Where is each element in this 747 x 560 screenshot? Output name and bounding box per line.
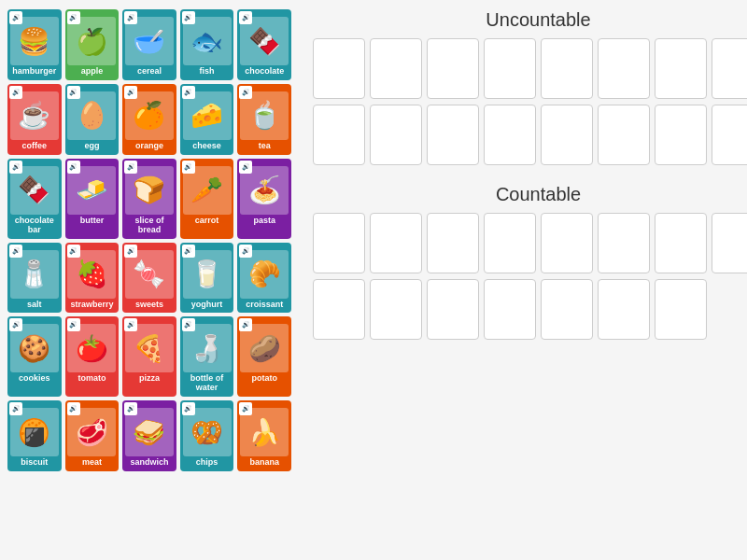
drop-cell[interactable]	[427, 213, 479, 273]
sound-icon[interactable]: 🔊	[67, 402, 80, 415]
uncountable-row-2	[313, 105, 747, 165]
food-label: pasta	[253, 217, 275, 226]
sound-icon[interactable]: 🔊	[182, 318, 195, 331]
food-item-carrot[interactable]: 🔊🥕carrot	[180, 159, 234, 239]
sound-icon[interactable]: 🔊	[124, 86, 137, 99]
sound-icon[interactable]: 🔊	[239, 11, 252, 24]
sound-icon[interactable]: 🔊	[124, 318, 137, 331]
food-item-fish[interactable]: 🔊🐟fish	[180, 9, 234, 80]
food-item-pasta[interactable]: 🔊🍝pasta	[237, 159, 291, 239]
drop-cell[interactable]	[541, 38, 593, 99]
sound-icon[interactable]: 🔊	[67, 318, 80, 331]
sorting-panel: Uncountable Countable	[299, 0, 747, 560]
food-item-tomato[interactable]: 🔊🍅tomato	[65, 316, 120, 397]
sound-icon[interactable]: 🔊	[9, 161, 22, 174]
food-item-pizza[interactable]: 🔊🍕pizza	[122, 316, 176, 397]
sound-icon[interactable]: 🔊	[9, 245, 22, 258]
sound-icon[interactable]: 🔊	[124, 11, 137, 24]
food-emoji: 🥨	[183, 408, 232, 456]
food-item-croissant[interactable]: 🔊🥐croissant	[237, 243, 291, 314]
sound-icon[interactable]: 🔊	[239, 402, 252, 415]
drop-cell[interactable]	[427, 38, 479, 99]
food-item-chips[interactable]: 🔊🥨chips	[180, 400, 234, 471]
sound-icon[interactable]: 🔊	[182, 86, 195, 99]
sound-icon[interactable]: 🔊	[239, 161, 252, 174]
sound-icon[interactable]: 🔊	[67, 11, 80, 24]
food-item-cookies[interactable]: 🔊🍪cookies	[7, 316, 62, 397]
sound-icon[interactable]: 🔊	[239, 245, 252, 258]
drop-cell[interactable]	[313, 279, 365, 340]
sound-icon[interactable]: 🔊	[124, 402, 137, 415]
food-item-cereal[interactable]: 🔊🥣cereal	[122, 9, 176, 80]
drop-cell[interactable]	[598, 213, 650, 273]
food-item-meat[interactable]: 🔊🥩meat	[65, 400, 120, 471]
food-item-tea[interactable]: 🔊🍵tea	[237, 84, 291, 155]
drop-cell[interactable]	[370, 279, 422, 340]
drop-cell[interactable]	[655, 38, 707, 99]
sound-icon[interactable]: 🔊	[239, 318, 252, 331]
food-item-yoghurt[interactable]: 🔊🥛yoghurt	[180, 243, 234, 314]
drop-cell[interactable]	[598, 105, 650, 165]
food-emoji: 🍅	[67, 324, 116, 372]
food-item-potato[interactable]: 🔊🥔potato	[237, 316, 291, 397]
drop-cell[interactable]	[370, 105, 422, 165]
food-item-chocolate[interactable]: 🔊🍫chocolate	[237, 9, 291, 80]
food-emoji: 🍕	[125, 324, 174, 372]
food-item-egg[interactable]: 🔊🥚egg	[65, 84, 120, 155]
food-item-salt[interactable]: 🔊🧂salt	[7, 243, 62, 314]
sound-icon[interactable]: 🔊	[9, 402, 22, 415]
food-item-coffee[interactable]: 🔊☕coffee	[7, 84, 62, 155]
drop-cell[interactable]	[655, 279, 707, 340]
drop-cell[interactable]	[427, 279, 479, 340]
sound-icon[interactable]: 🔊	[124, 245, 137, 258]
drop-cell[interactable]	[541, 279, 593, 340]
sound-icon[interactable]: 🔊	[182, 11, 195, 24]
food-item-banana[interactable]: 🔊🍌banana	[237, 400, 291, 471]
food-item-apple[interactable]: 🔊🍏apple	[65, 9, 120, 80]
drop-cell[interactable]	[712, 38, 747, 99]
food-label: slice of bread	[124, 217, 175, 235]
food-item-chocolate-bar[interactable]: 🔊🍫chocolate bar	[7, 159, 62, 239]
drop-cell[interactable]	[313, 105, 365, 165]
food-item-strawberry[interactable]: 🔊🍓strawberry	[65, 243, 120, 314]
drop-cell[interactable]	[370, 213, 422, 273]
sound-icon[interactable]: 🔊	[9, 11, 22, 24]
drop-cell[interactable]	[484, 279, 536, 340]
food-item-hamburger[interactable]: 🔊🍔hamburger	[7, 9, 62, 80]
drop-cell[interactable]	[598, 279, 650, 340]
sound-icon[interactable]: 🔊	[67, 86, 80, 99]
drop-cell[interactable]	[313, 38, 365, 99]
sound-icon[interactable]: 🔊	[239, 86, 252, 99]
sound-icon[interactable]: 🔊	[124, 161, 137, 174]
food-item-cheese[interactable]: 🔊🧀cheese	[180, 84, 234, 155]
drop-cell[interactable]	[541, 213, 593, 273]
food-label: egg	[84, 142, 99, 151]
food-item-sweets[interactable]: 🔊🍬sweets	[122, 243, 176, 314]
drop-cell[interactable]	[370, 38, 422, 99]
drop-cell[interactable]	[484, 213, 536, 273]
drop-cell[interactable]	[484, 105, 536, 165]
sound-icon[interactable]: 🔊	[9, 318, 22, 331]
drop-cell[interactable]	[712, 105, 747, 165]
sound-icon[interactable]: 🔊	[9, 86, 22, 99]
sound-icon[interactable]: 🔊	[182, 161, 195, 174]
food-item-orange[interactable]: 🔊🍊orange	[122, 84, 176, 155]
food-item-slice-of-bread[interactable]: 🔊🍞slice of bread	[122, 159, 176, 239]
sound-icon[interactable]: 🔊	[182, 402, 195, 415]
sound-icon[interactable]: 🔊	[67, 161, 80, 174]
drop-cell[interactable]	[712, 213, 747, 273]
sound-icon[interactable]: 🔊	[67, 245, 80, 258]
drop-cell[interactable]	[427, 105, 479, 165]
sound-icon[interactable]: 🔊	[182, 245, 195, 258]
food-item-bottle-of-water[interactable]: 🔊🍶bottle of water	[180, 316, 234, 397]
food-item-sandwich[interactable]: 🔊🥪sandwich	[122, 400, 176, 471]
drop-cell[interactable]	[655, 105, 707, 165]
food-label: butter	[80, 217, 105, 226]
food-item-butter[interactable]: 🔊🧈butter	[65, 159, 120, 239]
drop-cell[interactable]	[598, 38, 650, 99]
drop-cell[interactable]	[313, 213, 365, 273]
food-item-biscuit[interactable]: 🔊🍘biscuit	[7, 400, 62, 471]
drop-cell[interactable]	[484, 38, 536, 99]
drop-cell[interactable]	[655, 213, 707, 273]
drop-cell[interactable]	[541, 105, 593, 165]
